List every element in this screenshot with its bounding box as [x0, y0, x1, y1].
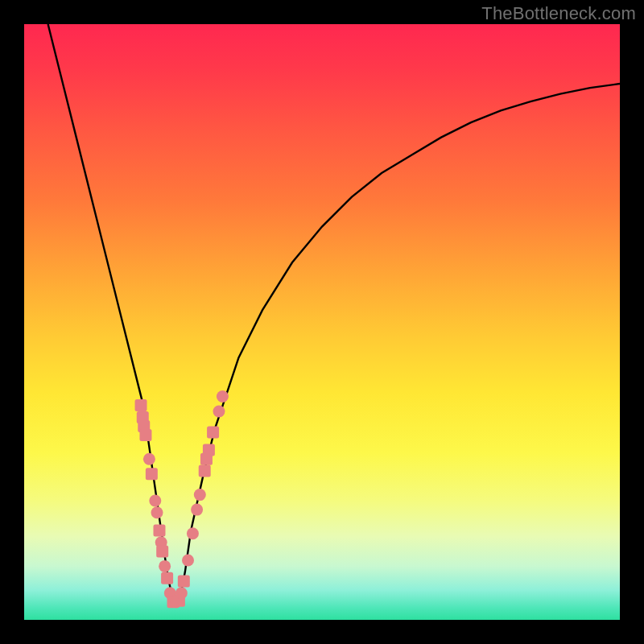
curve-marker — [167, 596, 180, 608]
curve-marker — [199, 465, 211, 477]
bottleneck-curve — [48, 24, 620, 602]
curve-marker — [149, 495, 161, 507]
curve-marker — [146, 468, 158, 480]
curve-marker — [143, 453, 155, 465]
curve-marker — [161, 572, 173, 584]
curve-marker — [194, 489, 206, 501]
curve-marker — [207, 426, 219, 438]
curve-marker — [200, 453, 213, 465]
watermark-text: TheBottleneck.com — [481, 3, 636, 24]
curve-marker — [155, 536, 167, 548]
curve-marker — [175, 587, 188, 599]
curve-marker — [191, 504, 203, 516]
curve-marker — [159, 560, 171, 572]
curve-marker — [151, 506, 163, 518]
curve-marker — [187, 527, 199, 539]
curve-marker — [164, 587, 176, 599]
curve-marker — [178, 575, 190, 587]
chart-frame: TheBottleneck.com — [0, 0, 644, 644]
curve-markers — [135, 390, 229, 608]
curve-marker — [170, 596, 182, 608]
curve-marker — [139, 429, 151, 441]
curve-marker — [153, 525, 165, 537]
curve-marker — [217, 390, 229, 402]
plot-area — [24, 24, 620, 620]
curve-marker — [203, 444, 215, 456]
curve-marker — [182, 555, 194, 567]
curve-svg — [24, 24, 620, 620]
curve-marker — [137, 411, 149, 423]
curve-marker — [173, 595, 185, 607]
curve-marker — [135, 399, 147, 411]
curve-marker — [138, 420, 150, 432]
curve-marker — [213, 406, 225, 418]
curve-marker — [156, 545, 168, 557]
